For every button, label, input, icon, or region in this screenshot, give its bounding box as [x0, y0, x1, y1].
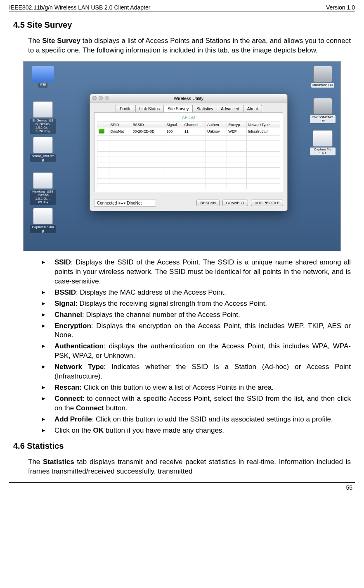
- header-left: IEEE802.11b/g/n Wireless LAN USB 2.0 Cli…: [9, 4, 150, 11]
- drive-icon: [313, 66, 332, 82]
- embedded-screenshot: 壁纸EnGenius_USB_D2870-1.0.1.0a…9_26.dmgpe…: [23, 61, 341, 251]
- section-4-5-title: 4.5 Site Survey: [13, 20, 355, 30]
- bullet-item: Rescan: Click on this button to view a l…: [42, 383, 351, 393]
- tab-site-survey[interactable]: Site Survey: [163, 105, 193, 112]
- desktop-icon[interactable]: Macintosh HD: [310, 66, 336, 88]
- icon-label: Capture Me 1.4.1: [310, 148, 336, 156]
- desktop-icon[interactable]: pemac_650.dmg: [30, 137, 56, 162]
- drive-icon: [313, 98, 332, 114]
- ap-table: SSIDBSSIDSignalChannelAuthenEncrypNetwor…: [97, 121, 280, 189]
- window-title: Wireless Utility: [174, 96, 203, 101]
- window-titlebar: Wireless Utility: [90, 94, 287, 102]
- ap-col-header: Encryp: [227, 121, 247, 128]
- stats-bold: Statistics: [43, 458, 74, 466]
- ap-row-empty: [97, 146, 280, 151]
- stats-text-2: tab displays transmit and receive packet…: [28, 458, 351, 475]
- ap-row-empty: [97, 135, 280, 140]
- tab-link-status[interactable]: Link Status: [135, 105, 164, 112]
- ap-row-empty: [97, 140, 280, 146]
- window-bottom-row: Connected <--> DinoNet RESCAN CONNECT AD…: [90, 196, 287, 211]
- bullet-item: Authentication: displays the authenticat…: [42, 342, 351, 361]
- desktop-icon[interactable]: SWISSMEMORY: [310, 98, 336, 124]
- glyph-icon: [33, 101, 53, 118]
- ap-row-empty: [97, 178, 280, 183]
- ap-col-header: SSID: [109, 121, 131, 128]
- glyph-icon: [33, 208, 53, 224]
- header-right: Version 1.0: [326, 4, 355, 11]
- ap-list-title: ---------------------------- AP List ---…: [97, 115, 280, 120]
- ap-col-header: Channel: [183, 121, 206, 128]
- wireless-utility-window: Wireless Utility ProfileLink StatusSite …: [90, 94, 288, 211]
- bullet-item: Channel: Displays the channel number of …: [42, 310, 351, 320]
- bullet-list: SSID: Displays the SSID of the Access Po…: [42, 258, 351, 436]
- bullet-item: Encryption: Displays the encryption on t…: [42, 321, 351, 340]
- ap-col-header: BSSID: [131, 121, 165, 128]
- section-4-6-body: The Statistics tab displays transmit and…: [28, 457, 351, 476]
- tab-statistics[interactable]: Statistics: [192, 105, 217, 112]
- ap-row-empty: [97, 183, 280, 189]
- ap-row-empty: [97, 151, 280, 157]
- ap-row-empty: [97, 157, 280, 162]
- desktop-icon[interactable]: Capture Me 1.4.1: [310, 130, 336, 156]
- page-number: 55: [9, 483, 355, 491]
- icon-label: EnGenius_USB_D2870-1.0.1.0a…9_26.dmg: [30, 119, 56, 134]
- icon-label: pemac_650.dmg: [30, 154, 56, 162]
- signal-icon: [99, 129, 104, 133]
- tab-profile[interactable]: Profile: [116, 105, 135, 112]
- glyph-icon: [33, 137, 53, 153]
- tab-advanced[interactable]: Advanced: [217, 105, 243, 112]
- ap-col-header: Authen: [206, 121, 227, 128]
- bullet-item: Connect: to connect with a specific Acce…: [42, 394, 351, 413]
- ap-col-header: [97, 121, 109, 128]
- bullet-item: Signal: Displays the receiving signal st…: [42, 299, 351, 309]
- add-profile-button[interactable]: ADD PROFILE: [251, 200, 283, 206]
- traffic-lights: [92, 96, 109, 100]
- bullet-item: SSID: Displays the SSID of the Access Po…: [42, 258, 351, 286]
- desktop-icon[interactable]: CaptureMe.dmg: [30, 208, 56, 233]
- desktop-icon[interactable]: 壁纸: [30, 66, 56, 88]
- ap-row[interactable]: DinoNet00-20-ED-0D10011UnknovWEPInfrastr…: [97, 128, 280, 135]
- ap-panel: ---------------------------- AP List ---…: [94, 112, 283, 192]
- folder-icon: [32, 66, 54, 82]
- icon-label: Macintosh HD: [311, 83, 334, 88]
- icon-label: 壁纸: [38, 83, 47, 88]
- glyph-icon: [313, 130, 333, 147]
- tab-bar: ProfileLink StatusSite SurveyStatisticsA…: [90, 102, 287, 112]
- intro-bold: Site Survey: [42, 37, 80, 45]
- ap-col-header: Signal: [165, 121, 183, 128]
- section-4-6-title: 4.6 Statistics: [13, 441, 355, 451]
- section-4-5-body: The Site Survey tab displays a list of A…: [28, 36, 351, 55]
- ap-row-empty: [97, 167, 280, 173]
- header-rule: [9, 12, 355, 12]
- icon-label: CaptureMe.dmg: [30, 225, 56, 233]
- desktop-icon[interactable]: Hawking_USB_D2870-1.0.1.0b…_05.dmg: [30, 172, 56, 205]
- connection-status: Connected <--> DinoNet: [94, 200, 156, 207]
- ap-row-empty: [97, 173, 280, 178]
- bullet-item: Add Profile: Click on this button to add…: [42, 415, 351, 424]
- bullet-item: BSSID: Displays the MAC address of the A…: [42, 288, 351, 298]
- ap-col-header: NetworkType: [246, 121, 280, 128]
- icon-label: SWISSMEMORY: [310, 115, 336, 124]
- bullet-item: Network Type: Indicates whether the SSID…: [42, 362, 351, 381]
- connect-button[interactable]: CONNECT: [222, 200, 248, 206]
- ap-row-empty: [97, 162, 280, 167]
- tab-about[interactable]: About: [243, 105, 262, 112]
- desktop-icon[interactable]: EnGenius_USB_D2870-1.0.1.0a…9_26.dmg: [30, 101, 56, 134]
- stats-text-1: The: [28, 458, 43, 466]
- bullet-item: Click on the OK button if you have made …: [42, 426, 351, 436]
- rescan-button[interactable]: RESCAN: [196, 200, 220, 206]
- glyph-icon: [33, 172, 53, 189]
- intro-text-1: The: [28, 37, 42, 45]
- icon-label: Hawking_USB_D2870-1.0.1.0b…_05.dmg: [30, 190, 56, 205]
